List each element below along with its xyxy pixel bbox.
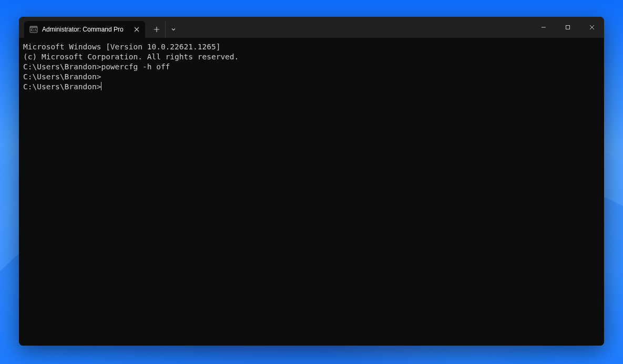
close-button[interactable] [580,17,604,38]
terminal-line: Microsoft Windows [Version 10.0.22621.12… [23,42,600,52]
new-tab-button[interactable] [148,21,165,38]
window-controls [532,17,604,38]
tab-dropdown-button[interactable] [165,21,181,38]
svg-text:C:\: C:\ [31,28,37,32]
svg-rect-3 [566,26,570,29]
terminal-prompt-line: C:\Users\Brandon> [23,82,600,92]
tab-close-button[interactable] [132,25,141,34]
terminal-prompt: C:\Users\Brandon> [23,82,101,91]
terminal-line: (c) Microsoft Corporation. All rights re… [23,52,600,62]
tab-title: Administrator: Command Pro [42,26,128,33]
titlebar[interactable]: C:\ Administrator: Command Pro [19,17,604,38]
tabs-area: C:\ Administrator: Command Pro [19,17,181,38]
minimize-button[interactable] [532,17,556,38]
terminal-output[interactable]: Microsoft Windows [Version 10.0.22621.12… [19,38,604,346]
maximize-button[interactable] [556,17,580,38]
tab-command-prompt[interactable]: C:\ Administrator: Command Pro [24,21,145,38]
terminal-window: C:\ Administrator: Command Pro [19,17,604,346]
terminal-line: C:\Users\Brandon>powercfg -h off [23,62,600,72]
cursor-icon [101,82,101,90]
cmd-icon: C:\ [29,25,38,34]
terminal-line: C:\Users\Brandon> [23,72,600,82]
